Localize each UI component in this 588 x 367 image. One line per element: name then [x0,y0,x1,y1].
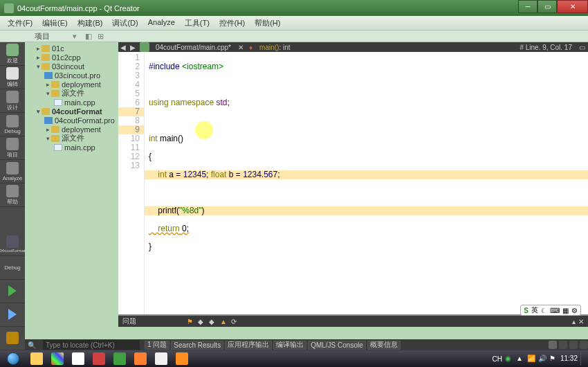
target-selector[interactable]: 04coutFormat [0,233,25,256]
project-pane-label: 项目 [35,31,50,42]
window-close-button[interactable]: ✕ [557,0,588,13]
window-minimize-button[interactable]: ─ [518,0,538,13]
hammer-icon [6,332,19,344]
tray-network-icon[interactable]: 📶 [527,355,535,363]
tray-volume-icon[interactable]: 🔊 [538,355,546,363]
taskbar-clock[interactable]: 11:32 [560,355,578,362]
mode-debug[interactable]: Debug [0,113,25,136]
nav-down-icon[interactable]: ◆ [209,318,216,325]
mode-projects[interactable]: 项目 [0,136,25,160]
output-tab-issues[interactable]: 1 问题 [145,341,169,350]
tray-icon[interactable]: ▲ [516,355,524,363]
gear-icon[interactable]: ⚙ [571,307,578,314]
tray-icon[interactable]: ◉ [505,355,513,363]
locate-icon[interactable]: 🔍 [25,341,39,349]
sidebar-toggle-icon[interactable] [559,341,567,349]
show-desktop-button[interactable] [580,352,584,366]
menu-file[interactable]: 文件(F) [3,16,37,30]
toolbar-icon[interactable]: ▾ [73,32,81,40]
mode-help[interactable]: 帮助 [0,184,25,207]
nav-back-button[interactable]: ◀ [118,44,128,51]
clear-icon[interactable]: ⟳ [231,318,238,325]
code-content[interactable]: #include <iostream> using namespace std;… [145,52,588,314]
project-toolbar: 项目 ▾ ◧ ⊞ [0,30,588,42]
windows-logo-icon [7,352,19,365]
taskbar-app[interactable] [151,351,171,366]
tree-folder[interactable]: ▾源文件 [25,89,118,98]
mode-welcome[interactable]: 欢迎 [0,42,25,66]
menu-build[interactable]: 构建(B) [73,16,108,30]
tree-project-active[interactable]: ▾04coutFormat [25,107,118,116]
project-tree[interactable]: ▸01c ▸01c2cpp ▾03cincout 03cincout.pro ▸… [25,42,118,350]
tree-file[interactable]: 03cincout.pro [25,71,118,80]
open-file-tab[interactable]: 04coutFormat/main.cpp* [151,44,235,51]
code-editor[interactable]: 1234 56 78 91011 1213 #include <iostream… [118,52,588,314]
grid-icon[interactable]: ▦ [562,307,569,314]
output-tabs: 🔍 Type to locate (Ctrl+K) 1 问题 Search Re… [25,339,588,350]
mode-design[interactable]: 设计 [0,89,25,113]
filter-icon[interactable]: ⚑ [187,318,194,325]
close-tab-button[interactable]: ✕ [235,44,246,51]
menu-tools[interactable]: 工具(T) [180,16,214,30]
menu-debug[interactable]: 调试(D) [107,16,143,30]
taskbar-app[interactable] [89,351,109,366]
start-button[interactable] [0,350,26,367]
play-debug-icon [8,309,17,320]
panel-minimize-button[interactable]: ▴ [572,318,578,325]
split-button[interactable]: ▭ [576,44,588,51]
panel-close-button[interactable]: ✕ [578,318,588,325]
window-maximize-button[interactable]: ▭ [538,0,557,13]
editor-tabbar: ◀ ▶ 04coutFormat/main.cpp* ✕ ♦ main(): i… [118,42,588,52]
tray-lang-icon[interactable]: CH [493,355,502,363]
menu-help[interactable]: 帮助(H) [250,16,285,30]
nav-up-icon[interactable]: ◆ [198,318,205,325]
system-tray[interactable]: CH ◉ ▲ 📶 🔊 ⚑ 11:32 [493,352,588,366]
menu-analyze[interactable]: Analyze [143,16,180,30]
warning-icon[interactable]: ▲ [220,318,227,325]
issues-panel-label: 问题 [122,316,136,326]
menu-bar: 文件(F) 编辑(E) 构建(B) 调试(D) Analyze 工具(T) 控件… [0,16,588,30]
keyboard-icon[interactable]: ⌨ [550,307,560,314]
output-tab-search[interactable]: Search Results [171,341,223,350]
output-tab-qmljs[interactable]: QML/JS Console [308,341,366,350]
tree-project[interactable]: ▾03cincout [25,62,118,71]
window-title: 04coutFormat/main.cpp - Qt Creator [17,4,518,12]
breadcrumb-function[interactable]: main(): int [255,44,294,51]
nav-fwd-button[interactable]: ▶ [128,44,138,51]
sidebar-toggle-icon[interactable] [549,341,557,349]
tree-file[interactable]: 04coutFormat.pro [25,116,118,125]
taskbar-app[interactable] [110,351,129,366]
sidebar-toggle-icon[interactable] [569,341,578,349]
sidebar-toggle-icon[interactable] [580,341,588,349]
mode-analyze[interactable]: Analyze [0,160,25,184]
mode-edit[interactable]: 编辑 [0,66,25,89]
tree-folder[interactable]: ▾源文件 [25,134,118,143]
taskbar-app[interactable] [48,351,67,366]
toolbar-icon[interactable]: ⊞ [98,32,106,40]
tree-project[interactable]: ▸01c2cpp [25,53,118,62]
locator-input[interactable]: Type to locate (Ctrl+K) [43,340,140,350]
output-tab-summary[interactable]: 概要信息 [367,341,401,350]
taskbar-app[interactable] [131,351,150,366]
taskbar-app[interactable] [172,351,192,366]
tray-flag-icon[interactable]: ⚑ [549,355,558,363]
home-icon[interactable] [140,42,149,52]
ime-lang[interactable]: 英 [531,305,538,315]
output-tab-compile[interactable]: 编译输出 [273,341,306,350]
run-button[interactable] [0,280,25,303]
toolbar-icon[interactable]: ◧ [85,32,93,40]
tree-file[interactable]: main.cpp [25,98,118,107]
run-debug-button[interactable] [0,303,25,327]
taskbar-app[interactable] [68,351,88,366]
ime-toolbar[interactable]: S 英 ☾ ⌨ ▦ ⚙ [520,305,581,316]
cursor-position: # Line. 9, Col. 17 [520,44,576,51]
output-tab-appoutput[interactable]: 应用程序输出 [225,341,272,350]
menu-widgets[interactable]: 控件(H) [214,16,250,30]
taskbar-app[interactable] [27,351,46,366]
build-button[interactable] [0,327,25,350]
tree-project[interactable]: ▸01c [25,44,118,53]
method-icon: ♦ [246,44,255,51]
menu-edit[interactable]: 编辑(E) [37,16,73,30]
moon-icon[interactable]: ☾ [541,307,547,314]
tree-file-open[interactable]: main.cpp [25,143,118,152]
